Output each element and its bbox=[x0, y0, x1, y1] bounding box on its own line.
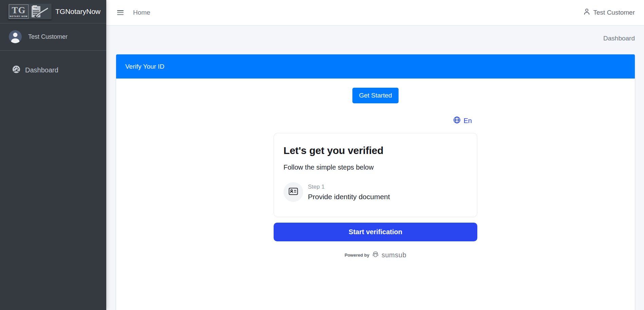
language-label: En bbox=[464, 117, 472, 125]
sidebar-user-name: Test Customer bbox=[28, 33, 68, 40]
step-number-label: Step 1 bbox=[308, 184, 390, 190]
verification-intro-card: Let's get you verified Follow the simple… bbox=[274, 133, 477, 217]
intro-title: Let's get you verified bbox=[283, 145, 467, 156]
breadcrumb-active-item: Dashboard bbox=[603, 35, 635, 42]
logo-tg-text: TG bbox=[12, 6, 25, 15]
logo-notary-text: NOTARY NOW bbox=[10, 15, 28, 17]
brand-link[interactable]: TG NOTARY NOW TG TGNotary bbox=[0, 0, 106, 23]
topbar: Home Test Customer bbox=[106, 0, 644, 25]
sumsub-logo-icon bbox=[372, 251, 379, 259]
sidebar: TG NOTARY NOW TG TGNotary bbox=[0, 0, 106, 310]
document-pen-icon: TG bbox=[29, 4, 51, 19]
person-icon bbox=[583, 8, 590, 17]
language-selector[interactable]: En bbox=[274, 116, 477, 125]
verification-step-row: Step 1 Provide identity document bbox=[283, 182, 467, 202]
verify-id-card-body: Get Started En L bbox=[116, 79, 635, 259]
nav-home-link[interactable]: Home bbox=[133, 9, 150, 16]
content-area: Dashboard Verify Your ID Get Started bbox=[106, 25, 644, 310]
menu-toggle-icon[interactable] bbox=[117, 10, 124, 15]
step-text: Step 1 Provide identity document bbox=[308, 184, 390, 201]
app-root: TG NOTARY NOW TG TGNotary bbox=[0, 0, 644, 310]
breadcrumb: Dashboard bbox=[106, 35, 635, 42]
sidebar-item-dashboard[interactable]: Dashboard bbox=[0, 63, 106, 77]
sumsub-wordmark: sumsub bbox=[382, 251, 406, 259]
avatar bbox=[9, 30, 22, 43]
verify-id-card-header: Verify Your ID bbox=[116, 54, 635, 79]
sidebar-nav: Dashboard bbox=[0, 51, 106, 77]
svg-text:TG: TG bbox=[33, 6, 37, 9]
get-started-button[interactable]: Get Started bbox=[352, 88, 398, 103]
verify-id-title: Verify Your ID bbox=[125, 63, 164, 70]
step-title: Provide identity document bbox=[308, 193, 390, 201]
topbar-user-menu[interactable]: Test Customer bbox=[583, 8, 635, 17]
tachometer-icon bbox=[12, 65, 20, 75]
globe-icon bbox=[453, 116, 461, 125]
brand-logo: TG NOTARY NOW TG bbox=[8, 4, 52, 19]
brand-title: TGNotaryNow bbox=[55, 7, 100, 16]
id-card-icon bbox=[289, 187, 298, 197]
sumsub-widget: En Let's get you verified Follow the sim… bbox=[274, 116, 477, 259]
powered-by-footer[interactable]: Powered by bbox=[274, 251, 477, 259]
verify-id-card: Verify Your ID Get Started bbox=[116, 54, 635, 310]
topbar-user-name: Test Customer bbox=[593, 9, 635, 16]
step-icon-badge bbox=[283, 182, 303, 202]
sidebar-item-label: Dashboard bbox=[25, 66, 58, 74]
start-verification-button[interactable]: Start verification bbox=[274, 223, 477, 241]
powered-by-label: Powered by bbox=[345, 253, 369, 258]
intro-subtitle: Follow the simple steps below bbox=[283, 163, 467, 171]
sidebar-user-panel[interactable]: Test Customer bbox=[0, 23, 106, 51]
logo-tg-box: TG NOTARY NOW bbox=[9, 4, 29, 19]
